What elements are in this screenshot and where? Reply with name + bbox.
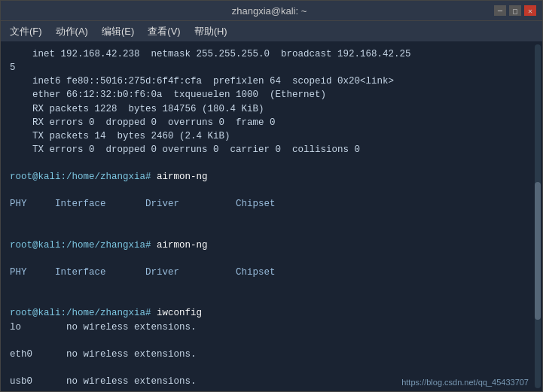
minimize-button[interactable]: ─ (494, 5, 506, 16)
close-button[interactable]: ✕ (524, 5, 536, 16)
terminal-output: inet 192.168.42.238 netmask 255.255.255.… (1, 44, 542, 391)
menu-action[interactable]: 动作(A) (50, 23, 94, 41)
menu-edit[interactable]: 编辑(E) (96, 23, 140, 41)
menu-help[interactable]: 帮助(H) (188, 23, 233, 41)
watermark: https://blog.csdn.net/qq_45433707 (401, 378, 529, 387)
terminal-window: zhangxia@kali: ~ ─ □ ✕ 文件(F) 动作(A) 编辑(E)… (0, 0, 543, 392)
scrollbar[interactable] (535, 44, 541, 388)
menu-file[interactable]: 文件(F) (4, 23, 48, 41)
menubar: 文件(F) 动作(A) 编辑(E) 查看(V) 帮助(H) (1, 20, 542, 41)
window-title: zhangxia@kali: ~ (44, 5, 494, 17)
window-controls: ─ □ ✕ (494, 5, 536, 16)
menu-view[interactable]: 查看(V) (142, 23, 186, 41)
terminal-body[interactable]: inet 192.168.42.238 netmask 255.255.255.… (1, 41, 542, 391)
titlebar: zhangxia@kali: ~ ─ □ ✕ (1, 1, 542, 20)
maximize-button[interactable]: □ (509, 5, 521, 16)
scrollbar-thumb[interactable] (535, 182, 541, 320)
